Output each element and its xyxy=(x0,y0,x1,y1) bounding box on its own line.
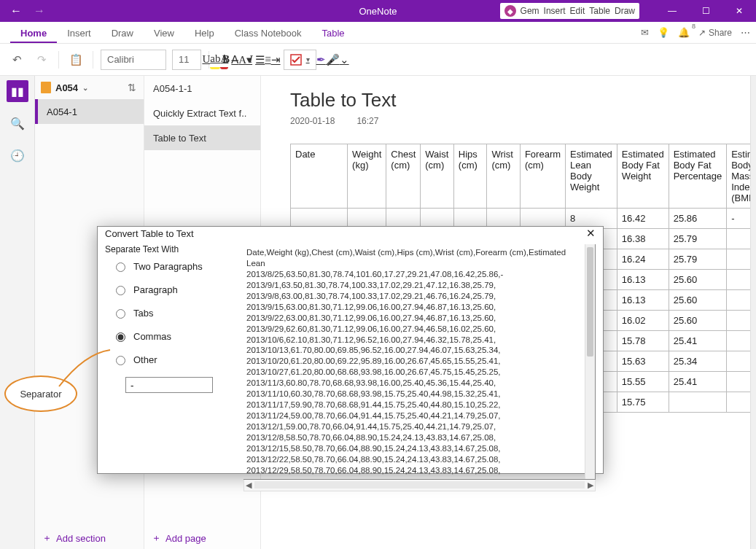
table-cell: 25.34 xyxy=(669,351,726,372)
output-line: 2013/12/15,58.50,78.70,66.04,88.90,15.24… xyxy=(246,443,585,454)
styles-icon[interactable]: A▾ xyxy=(238,50,252,69)
plugin-item[interactable]: Edit xyxy=(570,6,585,16)
table-cell: 16.38 xyxy=(617,229,669,249)
output-line: 2013/12/1,59.00,78.70,66.04,91.44,15.75,… xyxy=(246,421,585,432)
table-cell: 15.78 xyxy=(617,331,669,351)
table-header: Chest (cm) xyxy=(386,144,421,209)
tab-view[interactable]: View xyxy=(144,28,184,43)
dialog-close-button[interactable]: ✕ xyxy=(586,227,596,240)
bell-icon[interactable]: 🔔 xyxy=(678,27,690,38)
tab-insert[interactable]: Insert xyxy=(57,28,101,43)
lightbulb-icon[interactable]: 💡 xyxy=(658,27,669,38)
share-label: Share xyxy=(709,28,732,38)
output-line: 2013/12/22,58.50,78.70,66.04,88.90,15.24… xyxy=(246,454,585,465)
left-rail: ▮▮ 🔍 🕘 xyxy=(0,76,35,549)
page-item[interactable]: Quickly Extract Text f.. xyxy=(144,101,260,125)
page-item[interactable]: Table to Text xyxy=(144,125,260,150)
separator-group-label: Separate Text With xyxy=(105,244,236,254)
clipboard-icon[interactable]: 📋 xyxy=(66,50,85,69)
dialog-vertical-scrollbar[interactable] xyxy=(585,244,595,479)
forward-arrow-icon[interactable]: → xyxy=(34,4,45,17)
plugin-item[interactable]: Gem xyxy=(521,6,539,16)
underline-button[interactable]: U ab A A̶ A▾ ☰ ≡ ⇥ ▾ ✒ 🎤 ⌄ xyxy=(266,50,285,69)
tag-checkbox-button[interactable]: ▾ xyxy=(284,50,316,70)
output-line: 2013/12/29,58.50,78.70,66.04,88.90,15.24… xyxy=(246,465,585,476)
output-line: 2013/9/1,63.50,81.30,78.74,100.33,17.02,… xyxy=(246,280,585,291)
output-preview[interactable]: Date,Weight (kg),Chest (cm),Waist (cm),H… xyxy=(243,244,596,480)
section-item[interactable]: A054-1 xyxy=(35,99,144,124)
plugin-item[interactable]: Table xyxy=(589,6,610,16)
send-icon[interactable]: ✉ xyxy=(641,27,649,38)
table-header: Wrist (cm) xyxy=(487,144,521,209)
bullets-icon[interactable]: ☰ xyxy=(255,50,265,69)
font-value: Calibri xyxy=(107,54,134,65)
option-other[interactable]: Other xyxy=(112,354,236,365)
table-cell: 16.13 xyxy=(617,270,669,290)
table-cell: 16.02 xyxy=(617,311,669,331)
option-tabs[interactable]: Tabs xyxy=(112,307,236,319)
table-cell: 25.60 xyxy=(669,290,726,311)
page-date: 2020-01-18 xyxy=(290,116,335,126)
indent-icon[interactable]: ⇥ xyxy=(271,50,281,69)
font-size-select[interactable]: 11 xyxy=(172,50,201,70)
dialog-horizontal-scrollbar[interactable]: ◀ ▶ xyxy=(243,480,596,491)
output-line: 2013/11/24,59.00,78.70,66.04,91.44,15.75… xyxy=(246,410,585,421)
table-cell xyxy=(727,372,750,392)
add-page-button[interactable]: ＋Add page xyxy=(144,527,214,549)
notebooks-icon[interactable]: ▮▮ xyxy=(7,80,28,102)
option-paragraph[interactable]: Paragraph xyxy=(112,284,236,295)
tab-class-notebook[interactable]: Class Notebook xyxy=(225,28,312,43)
font-color-button[interactable]: A xyxy=(220,50,228,69)
output-line: 2013/9/22,63.00,81.30,71.12,99.06,16.00,… xyxy=(246,313,585,324)
vertical-scrollbar[interactable] xyxy=(750,76,756,549)
back-arrow-icon[interactable]: ← xyxy=(10,4,22,17)
page-time: 16:27 xyxy=(356,116,378,126)
size-value: 11 xyxy=(179,54,189,65)
convert-table-dialog: Convert Table to Text ✕ Separate Text Wi… xyxy=(97,226,604,474)
output-line: 2013/8/25,63.50,81.30,78.74,101.60,17.27… xyxy=(246,269,585,280)
plus-icon: ＋ xyxy=(42,532,52,545)
option-two-paragraphs[interactable]: Two Paragraphs xyxy=(112,260,236,272)
more-icon[interactable]: ⋯ xyxy=(741,27,750,38)
plugin-item[interactable]: Insert xyxy=(544,6,566,16)
table-cell: 16.24 xyxy=(617,249,669,270)
section-label: A054-1 xyxy=(47,106,77,117)
table-cell: 16.42 xyxy=(617,209,669,229)
tab-help[interactable]: Help xyxy=(184,28,225,43)
dictate-icon[interactable]: 🎤 xyxy=(326,50,340,69)
minimize-button[interactable]: — xyxy=(655,0,689,22)
expand-ribbon-icon[interactable]: ⌄ xyxy=(340,50,349,69)
add-page-label: Add page xyxy=(165,533,206,544)
sort-icon[interactable]: ⇅ xyxy=(128,82,136,93)
tab-draw[interactable]: Draw xyxy=(101,28,144,43)
output-line: 2013/9/29,62.60,81.30,71.12,99.06,16.00,… xyxy=(246,324,585,335)
clear-format-icon[interactable]: A̶ xyxy=(231,50,238,69)
gem-icon[interactable]: ◆ xyxy=(504,5,516,17)
search-icon[interactable]: 🔍 xyxy=(7,112,28,134)
separator-options: Separate Text With Two Paragraphs Paragr… xyxy=(105,244,236,491)
highlight-button[interactable]: ab xyxy=(210,50,220,69)
app-title: OneNote xyxy=(0,6,756,17)
option-commas[interactable]: Commas xyxy=(112,330,236,342)
plugin-item[interactable]: Draw xyxy=(615,6,635,16)
tab-table[interactable]: Table xyxy=(311,28,354,43)
add-section-button[interactable]: ＋Add section xyxy=(35,527,113,549)




      -button[interactable]: ↗ Share xyxy=(698,28,732,38)
table-header: Hips (cm) xyxy=(453,144,487,209)
other-separator-input[interactable] xyxy=(125,377,213,393)
format-painter-icon[interactable]: ✒ xyxy=(316,50,326,69)
font-family-select[interactable]: Calibri xyxy=(101,50,166,70)
table-cell xyxy=(727,311,750,331)
close-button[interactable]: ✕ xyxy=(722,0,756,22)
recent-icon[interactable]: 🕘 xyxy=(7,144,28,166)
output-line: 2013/9/8,63.00,81.30,78.74,100.33,17.02,… xyxy=(246,291,585,302)
numbering-icon[interactable]: ≡ xyxy=(265,50,270,69)
scroll-right-arrow-icon[interactable]: ▶ xyxy=(588,480,593,490)
maximize-button[interactable]: ☐ xyxy=(689,0,722,22)
page-title[interactable]: Table to Text xyxy=(290,89,721,112)
redo-icon[interactable]: ↷ xyxy=(32,50,51,69)
scroll-left-arrow-icon[interactable]: ◀ xyxy=(246,480,252,490)
page-item[interactable]: A054-1-1 xyxy=(144,76,260,101)
undo-icon[interactable]: ↶ xyxy=(7,50,26,69)
tab-home[interactable]: Home xyxy=(10,28,57,43)
